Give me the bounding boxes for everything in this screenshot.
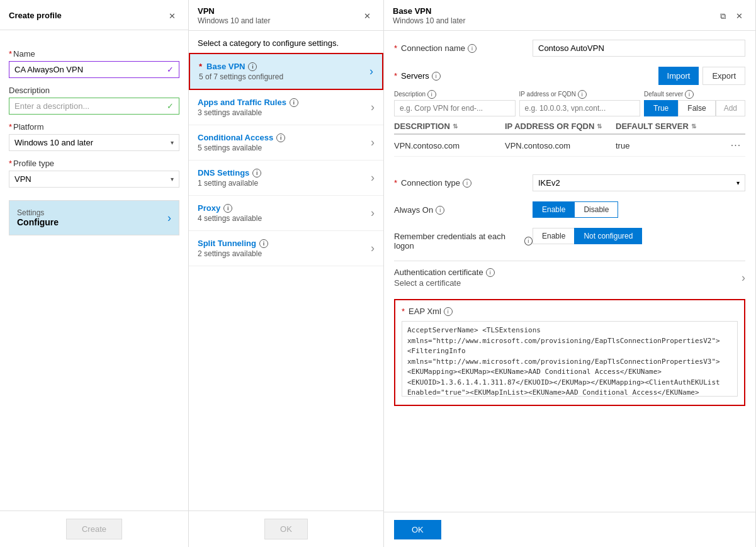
servers-info-icon[interactable]: i (432, 72, 441, 81)
ip-col-header: IP ADDRESS OR FQDN ⇅ (505, 121, 616, 131)
connection-type-select[interactable]: IKEv2 ▾ (533, 174, 745, 191)
right-panel-header: Base VPN Windows 10 and later ⧉ ✕ (384, 0, 755, 31)
profile-type-chevron-icon: ▾ (171, 176, 174, 183)
create-button[interactable]: Create (66, 519, 122, 539)
base-vpn-title-right: Base VPN (393, 6, 465, 16)
always-on-info-icon[interactable]: i (436, 206, 444, 215)
dns-settings-info-icon[interactable]: i (252, 169, 261, 178)
description-col-header: DESCRIPTION ⇅ (394, 121, 505, 131)
left-panel-header: Create profile ✕ (0, 0, 188, 30)
connection-name-input[interactable] (533, 40, 745, 57)
middle-panel-title-group: VPN Windows 10 and later (198, 6, 270, 25)
base-vpn-info-icon[interactable]: i (248, 62, 257, 71)
description-sort-icon[interactable]: ⇅ (453, 123, 458, 130)
platform-select[interactable]: Windows 10 and later ▾ (9, 134, 179, 151)
conditional-access-info-icon[interactable]: i (276, 133, 285, 142)
default-col-header: DEFAULT SERVER ⇅ (616, 121, 726, 131)
left-panel: Create profile ✕ *Name CA AlwaysOn VPN ✓… (0, 0, 189, 547)
settings-configure-item[interactable]: Settings Configure › (9, 200, 179, 235)
export-button[interactable]: Export (702, 67, 745, 85)
category-proxy[interactable]: Proxy i 4 settings available › (189, 196, 383, 231)
auth-cert-row[interactable]: Authentication certificate i Select a ce… (394, 261, 745, 294)
required-star-platform: * (9, 122, 12, 132)
profile-type-label: *Profile type (9, 159, 179, 168)
server-input-row: Description i IP address or FQDN i Defau… (394, 90, 745, 116)
right-panel-restore-button[interactable]: ⧉ (716, 9, 730, 23)
middle-panel-header: VPN Windows 10 and later ✕ (189, 0, 383, 31)
eap-xml-info-icon[interactable]: i (444, 307, 453, 316)
category-split-tunneling[interactable]: Split Tunneling i 2 settings available › (189, 231, 383, 266)
category-dns-settings[interactable]: DNS Settings i 1 setting available › (189, 161, 383, 196)
default-server-info-icon[interactable]: i (685, 90, 694, 99)
category-base-vpn[interactable]: * Base VPN i 5 of 7 settings configured … (189, 53, 383, 90)
vpn-title: VPN (198, 6, 270, 16)
always-on-enable-button[interactable]: Enable (533, 201, 574, 218)
left-panel-body: *Name CA AlwaysOn VPN ✓ Description Ente… (0, 30, 188, 510)
middle-panel-close-button[interactable]: ✕ (360, 9, 375, 23)
default-sort-icon[interactable]: ⇅ (691, 123, 696, 130)
always-on-toggle: Enable Disable (533, 201, 745, 218)
name-input[interactable]: CA AlwaysOn VPN ✓ (9, 61, 179, 78)
always-on-disable-button[interactable]: Disable (574, 201, 618, 218)
connection-type-row: * Connection type i IKEv2 ▾ (394, 174, 745, 191)
apps-traffic-title: Apps and Traffic Rules i (198, 98, 298, 107)
desc-info-icon[interactable]: i (427, 90, 436, 99)
category-apps-traffic[interactable]: Apps and Traffic Rules i 3 settings avai… (189, 90, 383, 125)
connection-name-info-icon[interactable]: i (468, 44, 477, 53)
ip-sort-icon[interactable]: ⇅ (597, 123, 602, 130)
split-tunneling-arrow-icon: › (371, 242, 375, 255)
left-panel-close-button[interactable]: ✕ (165, 9, 179, 23)
server-table-row: VPN.contoso.com VPN.contoso.com true ··· (394, 135, 745, 157)
profile-type-select[interactable]: VPN ▾ (9, 171, 179, 188)
middle-ok-button[interactable]: OK (264, 519, 308, 539)
category-conditional-access[interactable]: Conditional Access i 5 settings availabl… (189, 125, 383, 161)
connection-type-chevron-icon: ▾ (736, 179, 740, 186)
server-row-actions[interactable]: ··· (726, 140, 745, 151)
ip-server-input[interactable] (519, 100, 641, 116)
proxy-title: Proxy i (198, 203, 262, 213)
servers-label: Servers (401, 71, 429, 81)
auth-cert-label: Authentication certificate i (394, 268, 495, 277)
base-vpn-subtitle-right: Windows 10 and later (393, 16, 465, 25)
connection-name-label: * Connection name i (394, 40, 533, 53)
right-panel-close-button[interactable]: ✕ (732, 9, 747, 23)
remember-enable-button[interactable]: Enable (533, 228, 574, 244)
name-value: CA AlwaysOn VPN (14, 65, 83, 74)
eap-xml-section: * EAP Xml i AcceptServerName> <TLSExtens… (394, 299, 745, 406)
conditional-access-arrow-icon: › (371, 136, 375, 149)
servers-table-header: DESCRIPTION ⇅ IP ADDRESS OR FQDN ⇅ DEFAU… (394, 121, 745, 135)
apps-traffic-subtitle: 3 settings available (198, 108, 298, 117)
always-on-row: Always On i Enable Disable (394, 201, 745, 218)
remember-credentials-toggle: Enable Not configured (533, 228, 745, 244)
apps-traffic-info-icon[interactable]: i (290, 98, 298, 107)
description-input[interactable]: Enter a description... ✓ (9, 98, 179, 115)
auth-cert-arrow-icon: › (742, 271, 745, 285)
import-button[interactable]: Import (658, 67, 699, 85)
remember-cred-info-icon[interactable]: i (524, 237, 533, 245)
right-panel-window-controls: ⧉ ✕ (716, 9, 747, 23)
ip-info-icon[interactable]: i (578, 90, 587, 99)
true-button[interactable]: True (644, 100, 678, 116)
right-ok-button[interactable]: OK (394, 520, 441, 539)
proxy-info-icon[interactable]: i (223, 204, 232, 213)
description-check-icon: ✓ (167, 101, 174, 111)
dns-settings-subtitle: 1 setting available (198, 179, 261, 188)
settings-value: Configure (17, 217, 59, 227)
platform-label: *Platform (9, 122, 179, 132)
settings-label: Settings (17, 208, 59, 217)
conditional-access-title: Conditional Access i (198, 133, 285, 142)
ip-field-label: IP address or FQDN i (519, 90, 641, 99)
connection-type-info-icon[interactable]: i (463, 179, 471, 188)
middle-panel: VPN Windows 10 and later ✕ Select a cate… (189, 0, 384, 547)
server-description-cell: VPN.contoso.com (394, 141, 505, 150)
false-button[interactable]: False (678, 100, 715, 116)
right-panel: Base VPN Windows 10 and later ⧉ ✕ * Conn… (384, 0, 756, 547)
auth-cert-info-icon[interactable]: i (486, 268, 495, 277)
add-server-button[interactable]: Add (716, 100, 745, 116)
remember-not-configured-button[interactable]: Not configured (574, 228, 642, 244)
eap-xml-textarea[interactable]: AcceptServerName> <TLSExtensions xmlns="… (402, 321, 738, 397)
right-panel-body: * Connection name i * Servers i Import E… (384, 31, 755, 512)
split-tunneling-info-icon[interactable]: i (259, 239, 268, 248)
eap-xml-label: * EAP Xml i (402, 307, 738, 316)
description-server-input[interactable] (394, 100, 516, 116)
